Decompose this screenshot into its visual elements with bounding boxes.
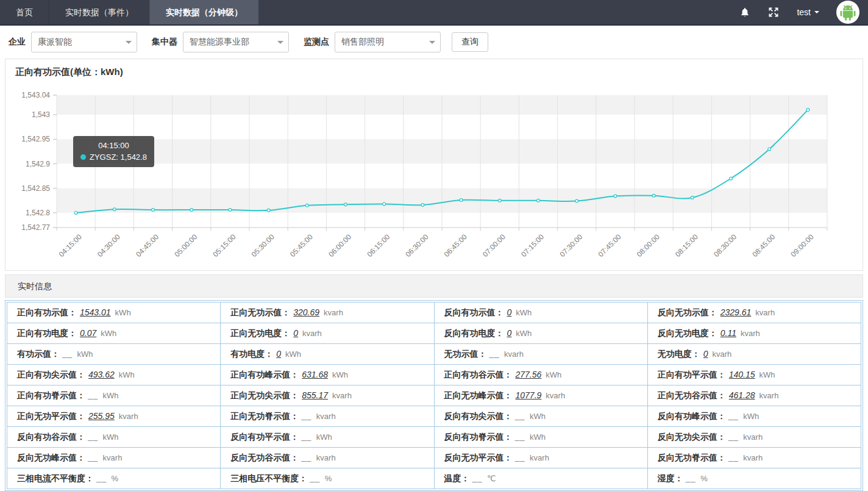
svg-text:05:15:00: 05:15:00 (212, 232, 238, 259)
table-cell: 反向有功谷示值：__kWh (7, 427, 221, 448)
table-cell: 正向无功示值：320.69kvarh (221, 303, 434, 323)
table-row: 正向无功平示值：255.95kvarh正向无功脊示值：__kvarh反向有功尖示… (7, 406, 861, 427)
user-menu[interactable]: test (797, 7, 819, 17)
table-cell: 三相电压不平衡度：__% (221, 468, 434, 489)
cell-label: 反向有功示值： (444, 307, 504, 317)
line-chart-canvas[interactable]: 1,542.771,542.81,542.851,542.91,542.951,… (5, 81, 863, 270)
cell-label: 反向无功尖示值： (658, 432, 726, 442)
cell-label: 温度： (444, 473, 470, 483)
cell-unit: kWh (119, 370, 135, 379)
svg-text:06:45:00: 06:45:00 (443, 232, 469, 259)
table-cell: 无功示值：__kvarh (434, 344, 647, 365)
cell-value[interactable]: 461.28 (729, 390, 755, 400)
cell-unit: kvarh (119, 412, 138, 421)
cell-unit: kWh (103, 391, 119, 400)
cell-value: __ (310, 473, 321, 483)
table-row: 反向无功峰示值：__kvarh反向无功谷示值：__kvarh反向无功平示值：__… (7, 448, 861, 468)
table-cell: 正向无功电度：0kvarh (221, 323, 434, 344)
cell-value[interactable]: 0 (276, 349, 281, 359)
table-cell: 正向有功示值：1543.01kWh (7, 303, 221, 323)
cell-value[interactable]: 0.11 (720, 328, 736, 338)
table-row: 三相电流不平衡度：__%三相电压不平衡度：__%温度：__℃湿度：__% (7, 468, 861, 489)
android-avatar[interactable] (836, 1, 859, 24)
cell-unit: kWh (743, 412, 759, 421)
table-cell: 反向无功电度：0.11kvarh (647, 323, 861, 344)
svg-text:07:00:00: 07:00:00 (481, 232, 507, 259)
table-cell: 正向无功尖示值：855.17kvarh (221, 385, 434, 406)
cell-label: 正向无功峰示值： (444, 390, 513, 400)
filter-select[interactable]: 康派智能 (31, 32, 137, 52)
cell-label: 正向无功电度： (230, 328, 290, 338)
svg-text:05:45:00: 05:45:00 (288, 232, 315, 259)
cell-value[interactable]: 0 (507, 307, 512, 317)
filter-select[interactable]: 智慧能源事业部 (183, 32, 289, 52)
chart-gridlines (57, 95, 827, 228)
table-cell: 正向有功峰示值：631.68kWh (221, 365, 434, 385)
cell-label: 有功电度： (230, 349, 273, 359)
table-cell: 反向无功谷示值：__kvarh (221, 448, 434, 468)
table-cell: 正向有功谷示值：277.56kWh (434, 365, 647, 385)
top-nav: 首页实时数据（事件）实时数据（分钟级） test (0, 0, 868, 26)
cell-value[interactable]: 140.15 (729, 370, 755, 379)
table-row: 正向有功电度：0.07kWh正向无功电度：0kvarh反向有功电度：0kWh反向… (7, 323, 861, 344)
cell-label: 正向有功峰示值： (230, 370, 299, 379)
cell-value[interactable]: 2329.61 (720, 307, 752, 317)
nav-tab-2[interactable]: 实时数据（事件） (49, 0, 149, 24)
table-cell: 反向无功示值：2329.61kvarh (647, 303, 861, 323)
fullscreen-icon[interactable] (767, 6, 780, 18)
bell-icon[interactable] (739, 6, 750, 19)
table-cell: 反向无功尖示值：__kvarh (647, 427, 861, 448)
cell-unit: kvarh (743, 453, 763, 462)
svg-text:08:45:00: 08:45:00 (750, 232, 777, 259)
cell-value[interactable]: 1077.9 (516, 390, 542, 400)
cell-value[interactable]: 631.68 (302, 370, 328, 379)
cell-value[interactable]: 0 (703, 349, 708, 359)
cell-value[interactable]: 1543.01 (80, 307, 111, 317)
nav-tab-1[interactable]: 首页 (0, 0, 49, 24)
cell-value[interactable]: 855.17 (302, 390, 328, 400)
cell-value[interactable]: 255.95 (88, 411, 115, 421)
table-cell: 反向有功脊示值：__kWh (434, 427, 647, 448)
filter-bar: 企业康派智能集中器智慧能源事业部监测点销售部照明 查询 (0, 26, 868, 59)
table-cell: 正向无功脊示值：__kvarh (221, 406, 434, 427)
svg-text:1,542.8: 1,542.8 (26, 209, 50, 217)
table-row: 反向有功谷示值：__kWh反向有功平示值：__kWh反向有功脊示值：__kWh反… (7, 427, 861, 448)
cell-unit: kvarh (316, 412, 336, 421)
cell-label: 正向无功脊示值： (230, 411, 299, 421)
table-cell: 正向无功平示值：255.95kvarh (7, 406, 221, 427)
cell-value: __ (729, 432, 739, 442)
cell-unit: kWh (530, 432, 546, 442)
filter-select[interactable]: 销售部照明 (335, 32, 441, 52)
cell-value[interactable]: 493.62 (88, 370, 115, 379)
cell-value[interactable]: 0 (507, 328, 512, 338)
table-row: 正向有功尖示值：493.62kWh正向有功峰示值：631.68kWh正向有功谷示… (7, 365, 861, 385)
cell-value[interactable]: 320.69 (293, 307, 319, 317)
table-cell: 正向有功电度：0.07kWh (7, 323, 221, 344)
cell-value: __ (63, 349, 73, 359)
cell-unit: kvarh (546, 391, 565, 400)
cell-value: __ (88, 390, 99, 400)
table-cell: 反向无功脊示值：__kvarh (647, 448, 861, 468)
svg-text:1,542.77: 1,542.77 (21, 223, 50, 232)
nav-tab-3[interactable]: 实时数据（分钟级） (149, 0, 258, 24)
cell-label: 正向无功谷示值： (658, 390, 726, 400)
query-button[interactable]: 查询 (452, 32, 488, 52)
cell-label: 反向无功谷示值： (230, 453, 299, 462)
cell-label: 无功示值： (444, 349, 487, 359)
cell-value[interactable]: 277.56 (516, 370, 542, 379)
svg-text:09:00:00: 09:00:00 (789, 232, 816, 259)
cell-value[interactable]: 0.07 (80, 328, 96, 338)
selected-value: 智慧能源事业部 (190, 37, 249, 48)
filter-group-3: 监测点销售部照明 (304, 32, 441, 52)
cell-value[interactable]: 0 (293, 328, 298, 338)
svg-text:07:30:00: 07:30:00 (558, 232, 584, 259)
cell-label: 三相电流不平衡度： (17, 473, 94, 483)
cell-label: 正向有功脊示值： (17, 390, 85, 400)
cell-unit: kvarh (760, 391, 779, 400)
cell-label: 反向无功脊示值： (658, 453, 726, 462)
selected-value: 康派智能 (38, 37, 72, 48)
cell-label: 反向有功脊示值： (444, 432, 513, 442)
table-cell: 无功电度：0kvarh (647, 344, 861, 365)
chart-body: 1,542.771,542.81,542.851,542.91,542.951,… (5, 81, 863, 270)
table-cell: 有功电度：0kWh (221, 344, 434, 365)
